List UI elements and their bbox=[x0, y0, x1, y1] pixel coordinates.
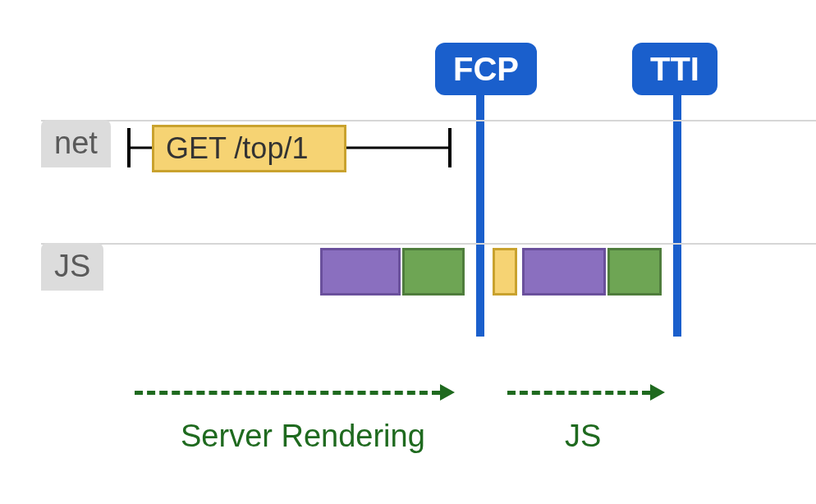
arrow-dash-line bbox=[135, 391, 440, 395]
js-row-baseline bbox=[41, 243, 816, 245]
js-phase-arrow bbox=[507, 384, 665, 401]
server-rendering-arrow bbox=[135, 384, 455, 401]
tti-badge: TTI bbox=[632, 43, 717, 95]
js-task-green-2 bbox=[607, 248, 662, 296]
net-span-end-tick bbox=[448, 128, 452, 167]
arrow-head-icon bbox=[440, 384, 455, 401]
net-row-baseline bbox=[41, 120, 816, 121]
fcp-badge: FCP bbox=[435, 43, 537, 95]
fcp-marker-line bbox=[476, 94, 484, 337]
net-span-start-tick bbox=[127, 128, 131, 167]
js-row-label: JS bbox=[41, 243, 103, 291]
js-task-purple-2 bbox=[522, 248, 606, 296]
js-phase-label: JS bbox=[565, 419, 601, 454]
get-request-box: GET /top/1 bbox=[152, 125, 346, 172]
js-task-green-1 bbox=[402, 248, 465, 296]
server-rendering-label: Server Rendering bbox=[181, 419, 425, 454]
tti-marker-line bbox=[673, 94, 681, 337]
js-task-purple-1 bbox=[320, 248, 401, 296]
net-row-label: net bbox=[41, 120, 111, 167]
js-task-yellow bbox=[493, 248, 517, 296]
arrow-dash-line bbox=[507, 391, 650, 395]
arrow-head-icon bbox=[650, 384, 665, 401]
